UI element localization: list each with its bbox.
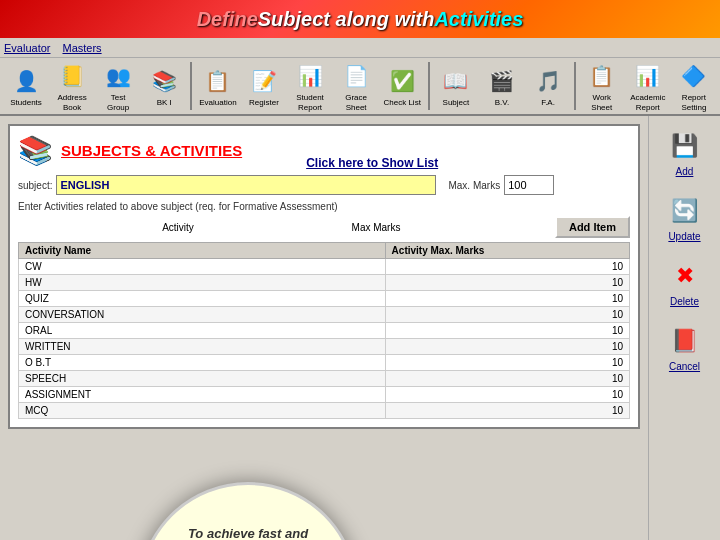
toolbar-ws-label: Work Sheet — [583, 93, 621, 112]
toolbar: 👤 Students 📒 Address Book 👥 Test Group 📚… — [0, 58, 720, 116]
activity-name-cell: CW — [19, 259, 386, 275]
activity-name-cell: MCQ — [19, 403, 386, 419]
cancel-button[interactable]: 📕 Cancel — [655, 319, 715, 376]
max-marks-input[interactable] — [504, 175, 554, 195]
activity-marks-cell: 10 — [385, 339, 629, 355]
toolbar-divider-2 — [428, 62, 430, 110]
activity-name-cell: SPEECH — [19, 371, 386, 387]
grace-sheet-icon: 📄 — [340, 60, 372, 92]
toolbar-check-list[interactable]: ✅ Check List — [380, 62, 424, 111]
toolbar-address-book[interactable]: 📒 Address Book — [50, 57, 94, 115]
toolbar-test-group[interactable]: 👥 Test Group — [96, 57, 140, 115]
title-bar: Define Subject along with Activities — [0, 0, 720, 38]
table-row: CW 10 — [19, 259, 630, 275]
add-icon: 💾 — [667, 128, 703, 164]
toolbar-rs-label: Report Setting — [675, 93, 713, 112]
bv-icon: 🎬 — [486, 65, 518, 97]
add-button[interactable]: 💾 Add — [655, 124, 715, 181]
col-activity-marks: Activity Max. Marks — [385, 243, 629, 259]
activity-marks-cell: 10 — [385, 387, 629, 403]
right-panel: 💾 Add 🔄 Update ✖ Delete 📕 Cancel — [648, 116, 720, 540]
left-panel: 📚 SUBJECTS & ACTIVITIES Click here to Sh… — [0, 116, 648, 540]
update-button[interactable]: 🔄 Update — [655, 189, 715, 246]
title-subject: Subject along with — [258, 8, 435, 31]
report-setting-icon: 🔷 — [678, 60, 710, 92]
title-activities: Activities — [434, 8, 523, 31]
table-row: ORAL 10 — [19, 323, 630, 339]
toolbar-academic-report[interactable]: 📊 Academic Report — [626, 57, 670, 115]
toolbar-subj-label: Subject — [443, 98, 470, 108]
toolbar-fa[interactable]: 🎵 F.A. — [526, 62, 570, 111]
toolbar-divider-1 — [190, 62, 192, 110]
card-header: 📚 SUBJECTS & ACTIVITIES Click here to Sh… — [18, 134, 630, 167]
test-group-icon: 👥 — [102, 60, 134, 92]
table-row: QUIZ 10 — [19, 291, 630, 307]
update-icon: 🔄 — [667, 193, 703, 229]
main-content: 📚 SUBJECTS & ACTIVITIES Click here to Sh… — [0, 116, 720, 540]
activity-marks-cell: 10 — [385, 323, 629, 339]
toolbar-subject[interactable]: 📖 Subject — [434, 62, 478, 111]
toolbar-evaluation[interactable]: 📋 Evaluation — [196, 62, 240, 111]
delete-icon: ✖ — [667, 258, 703, 294]
table-row: CONVERSATION 10 — [19, 307, 630, 323]
academic-report-icon: 📊 — [632, 60, 664, 92]
activity-name-cell: ORAL — [19, 323, 386, 339]
activity-col-label: Activity — [18, 222, 338, 233]
activity-header-row: Activity Max Marks Add Item — [18, 216, 630, 238]
toolbar-tg-label: Test Group — [99, 93, 137, 112]
student-report-icon: 📊 — [294, 60, 326, 92]
delete-label: Delete — [670, 296, 699, 307]
fa-icon: 🎵 — [532, 65, 564, 97]
activity-name-cell: ASSIGNMENT — [19, 387, 386, 403]
add-label: Add — [676, 166, 694, 177]
check-list-icon: ✅ — [386, 65, 418, 97]
show-list-link[interactable]: Click here to Show List — [306, 156, 438, 170]
subjects-activities-card: 📚 SUBJECTS & ACTIVITIES Click here to Sh… — [8, 124, 640, 429]
activity-name-cell: QUIZ — [19, 291, 386, 307]
subject-label: subject: — [18, 180, 52, 191]
subject-input[interactable] — [56, 175, 436, 195]
toolbar-students-label: Students — [10, 98, 42, 108]
bk-icon: 📚 — [148, 65, 180, 97]
cancel-icon: 📕 — [667, 323, 703, 359]
add-item-button[interactable]: Add Item — [555, 216, 630, 238]
toolbar-students[interactable]: 👤 Students — [4, 62, 48, 111]
table-row: MCQ 10 — [19, 403, 630, 419]
work-sheet-icon: 📋 — [586, 60, 618, 92]
activity-name-cell: O B.T — [19, 355, 386, 371]
table-row: SPEECH 10 — [19, 371, 630, 387]
toolbar-fa-label: F.A. — [541, 98, 555, 108]
toolbar-cl-label: Check List — [384, 98, 421, 108]
menu-masters[interactable]: Masters — [62, 42, 101, 54]
toolbar-student-report[interactable]: 📊 Student Report — [288, 57, 332, 115]
address-book-icon: 📒 — [56, 60, 88, 92]
toolbar-divider-3 — [574, 62, 576, 110]
toolbar-report-setting[interactable]: 🔷 Report Setting — [672, 57, 716, 115]
toolbar-grace-sheet[interactable]: 📄 Grace Sheet — [334, 57, 378, 115]
activity-marks-cell: 10 — [385, 275, 629, 291]
activity-marks-cell: 10 — [385, 355, 629, 371]
activity-marks-cell: 10 — [385, 307, 629, 323]
menu-evaluator[interactable]: Evaluator — [4, 42, 50, 54]
toolbar-eval-label: Evaluation — [199, 98, 236, 108]
toolbar-work-sheet[interactable]: 📋 Work Sheet — [580, 57, 624, 115]
evaluation-icon: 📋 — [202, 65, 234, 97]
update-label: Update — [668, 231, 700, 242]
toolbar-bv[interactable]: 🎬 B.V. — [480, 62, 524, 111]
activity-name-cell: WRITTEN — [19, 339, 386, 355]
toolbar-bk-label: BK I — [157, 98, 172, 108]
toolbar-gs-label: Grace Sheet — [337, 93, 375, 112]
toolbar-ar-label: Academic Report — [629, 93, 667, 112]
card-title: SUBJECTS & ACTIVITIES — [61, 142, 242, 159]
col-activity-name: Activity Name — [19, 243, 386, 259]
toolbar-sr-label: Student Report — [291, 93, 329, 112]
max-marks-label: Max. Marks — [448, 180, 500, 191]
delete-button[interactable]: ✖ Delete — [655, 254, 715, 311]
activity-name-cell: HW — [19, 275, 386, 291]
toolbar-register[interactable]: 📝 Register — [242, 62, 286, 111]
title-define: Define — [197, 8, 258, 31]
toolbar-bk[interactable]: 📚 BK I — [142, 62, 186, 111]
activity-marks-cell: 10 — [385, 403, 629, 419]
activity-marks-cell: 10 — [385, 371, 629, 387]
toolbar-ab-label: Address Book — [53, 93, 91, 112]
